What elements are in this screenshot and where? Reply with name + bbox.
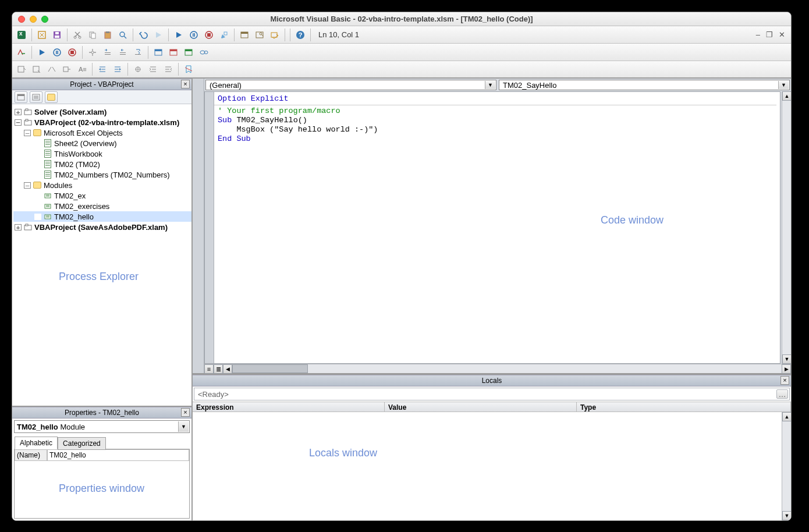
uncomment-block-button[interactable] [161, 62, 175, 76]
scroll-right-button[interactable]: ▶ [782, 364, 791, 374]
tab-alphabetic[interactable]: Alphabetic [15, 437, 58, 449]
quick-info-button[interactable] [45, 62, 59, 76]
locals-call-stack-button[interactable]: … [776, 389, 788, 399]
code-text[interactable]: Option Explicit ' Your first program/mac… [214, 92, 780, 363]
toggle-folders-button[interactable] [45, 91, 58, 103]
tree-node-tm02[interactable]: TM02 (TM02) [13, 159, 191, 169]
stop-button[interactable] [65, 45, 79, 59]
titlebar: Microsoft Visual Basic - 02-vba-intro-te… [12, 12, 791, 26]
step-into-button[interactable] [101, 45, 115, 59]
chevron-down-icon[interactable]: ▼ [485, 81, 495, 89]
mdi-minimize-button[interactable]: – [756, 30, 760, 39]
tree-node-solver[interactable]: + Solver (Solver.xlam) [13, 107, 191, 117]
property-name-value[interactable]: TM02_hello [47, 449, 189, 461]
close-window-button[interactable] [18, 16, 25, 23]
copy-button[interactable] [86, 28, 100, 42]
toggle-breakpoint-button[interactable] [86, 45, 100, 59]
step-over-button[interactable] [116, 45, 130, 59]
immediate-window-button[interactable] [166, 45, 180, 59]
tree-node-tm02-numbers[interactable]: TM02_Numbers (TM02_Numbers) [13, 169, 191, 180]
project-panel-close-button[interactable]: × [181, 80, 190, 88]
design-mode-button[interactable] [217, 28, 231, 42]
mdi-close-button[interactable]: ✕ [779, 30, 785, 39]
mdi-restore-button[interactable]: ❐ [766, 30, 773, 39]
chevron-down-icon[interactable]: ▼ [778, 81, 789, 89]
properties-object-combo[interactable]: TM02_hello Module ▼ [14, 420, 190, 433]
view-code-button[interactable] [15, 91, 27, 103]
project-explorer-button[interactable] [237, 28, 251, 42]
chevron-down-icon[interactable]: ▼ [178, 421, 189, 432]
tree-node-thisworkbook[interactable]: ThisWorkbook [13, 148, 191, 159]
margin-indicator-bar[interactable] [205, 92, 214, 363]
comment-block-button[interactable] [146, 62, 160, 76]
outdent-button[interactable] [111, 62, 125, 76]
properties-grid[interactable]: (Name) TM02_hello [14, 449, 190, 519]
locals-col-type[interactable]: Type [577, 402, 791, 412]
tree-node-modules[interactable]: – Modules [13, 180, 191, 190]
locals-panel-close-button[interactable]: × [780, 376, 789, 385]
scroll-up-button[interactable]: ▲ [782, 91, 792, 101]
step-out-button[interactable] [131, 45, 145, 59]
toggle-bookmark-button[interactable] [182, 62, 196, 76]
locals-window-button[interactable] [151, 45, 165, 59]
scrollbar-thumb[interactable] [232, 364, 308, 373]
paste-button[interactable] [101, 28, 115, 42]
save-button[interactable] [50, 28, 64, 42]
pause-button[interactable] [50, 45, 64, 59]
scroll-up-button[interactable]: ▲ [782, 412, 792, 421]
complete-word-button[interactable]: A≡ [75, 62, 89, 76]
insert-userform-button[interactable] [35, 28, 49, 42]
list-constants-button[interactable] [30, 62, 44, 76]
scroll-down-button[interactable]: ▼ [782, 354, 792, 364]
toggle-breakpoint2-button[interactable] [131, 62, 145, 76]
project-panel-title-text: Project - VBAProject [70, 80, 133, 88]
procedure-dropdown[interactable]: TM02_SayHello ▼ [499, 80, 790, 90]
tab-categorized[interactable]: Categorized [58, 437, 106, 450]
code-editor[interactable]: Option Explicit ' Your first program/mac… [204, 91, 780, 364]
watch-window-button[interactable] [182, 45, 196, 59]
svg-marker-11 [156, 32, 161, 38]
compile-button[interactable] [15, 45, 29, 59]
properties-panel-close-button[interactable]: × [181, 408, 190, 417]
locals-vertical-scrollbar[interactable]: ▲ ▼ [782, 412, 791, 520]
object-dropdown[interactable]: (General) ▼ [205, 80, 496, 90]
full-module-view-button[interactable]: ≡ [204, 364, 214, 374]
break-button[interactable] [187, 28, 201, 42]
run-button[interactable] [172, 28, 186, 42]
locals-col-value[interactable]: Value [385, 402, 577, 412]
procedure-view-button[interactable]: ≣ [214, 364, 223, 374]
minimize-window-button[interactable] [30, 16, 37, 23]
list-properties-button[interactable] [15, 62, 29, 76]
quick-watch-button[interactable] [197, 45, 211, 59]
properties-window-button[interactable] [253, 28, 267, 42]
run-sub-button[interactable] [35, 45, 49, 59]
cut-button[interactable] [70, 28, 84, 42]
tree-node-module-hello[interactable]: TM02_hello [13, 211, 191, 222]
zoom-window-button[interactable] [41, 16, 48, 23]
tree-node-sheet2[interactable]: Sheet2 (Overview) [13, 138, 191, 148]
reset-button[interactable] [202, 28, 216, 42]
help-button[interactable]: ? [293, 28, 307, 42]
view-object-button[interactable] [30, 91, 42, 103]
excel-icon[interactable] [15, 28, 29, 42]
tree-node-vbaproject[interactable]: – VBAProject (02-vba-intro-template.xlsm… [13, 117, 191, 127]
locals-col-expression[interactable]: Expression [193, 402, 385, 412]
locals-body[interactable]: Locals window ▲ ▼ [193, 412, 791, 520]
tree-node-module-ex[interactable]: TM02_ex [13, 190, 191, 201]
scroll-left-button[interactable]: ◀ [223, 364, 232, 374]
code-vertical-scrollbar[interactable]: ▲ ▼ [782, 91, 791, 364]
scroll-down-button[interactable]: ▼ [782, 511, 792, 520]
code-horizontal-scrollbar[interactable]: ≡ ≣ ◀ ▶ [204, 364, 791, 373]
redo-button[interactable] [151, 28, 165, 42]
parameter-info-button[interactable] [60, 62, 74, 76]
undo-button[interactable] [136, 28, 150, 42]
find-button[interactable] [116, 28, 130, 42]
object-browser-button[interactable] [268, 28, 282, 42]
tree-node-excel-objects[interactable]: – Microsoft Excel Objects [13, 127, 191, 138]
project-tree[interactable]: + Solver (Solver.xlam) – VBAProject (02-… [12, 104, 191, 406]
svg-rect-48 [63, 67, 68, 72]
indent-button[interactable] [95, 62, 109, 76]
svg-rect-14 [193, 33, 194, 37]
tree-node-module-exercises[interactable]: TM02_exercises [13, 201, 191, 211]
tree-node-vbaproject-pdf[interactable]: + VBAProject (SaveAsAdobePDF.xlam) [13, 222, 191, 232]
